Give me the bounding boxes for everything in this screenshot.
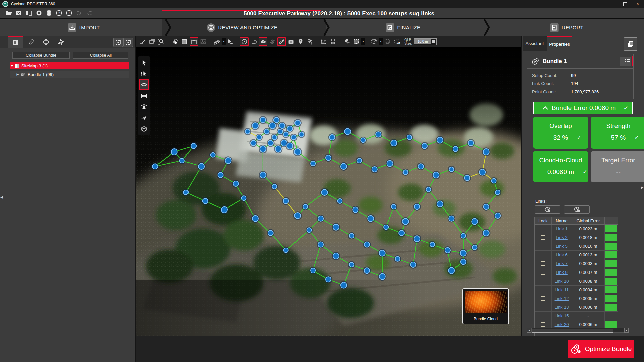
setup-node[interactable]: [225, 158, 231, 164]
scrollbar-thumb[interactable]: [532, 329, 613, 333]
link-name[interactable]: Link 7: [556, 261, 568, 266]
setup-node[interactable]: [411, 262, 416, 267]
select-tool-button[interactable]: [139, 57, 149, 68]
image-view-button[interactable]: [199, 37, 208, 46]
qlb-size-slider[interactable]: 10.0 m: [414, 38, 437, 45]
setup-node[interactable]: [264, 129, 269, 134]
setup-node[interactable]: [364, 242, 370, 247]
view-cube-button[interactable]: [370, 37, 378, 46]
setup-node[interactable]: [395, 257, 400, 261]
lock-checkbox[interactable]: [541, 235, 545, 240]
zoom-region-button[interactable]: [157, 37, 166, 46]
point-cloud-scene[interactable]: Bundle Cloud: [136, 48, 521, 337]
setup-node[interactable]: [299, 132, 304, 137]
setup-node[interactable]: [460, 250, 466, 256]
link-name[interactable]: Link 15: [555, 313, 569, 318]
setup-node[interactable]: [333, 224, 339, 230]
setup-node[interactable]: [274, 117, 279, 123]
setup-node[interactable]: [283, 198, 289, 204]
lock-checkbox[interactable]: [541, 253, 545, 257]
add-sitemap-button[interactable]: [113, 38, 123, 47]
viewport[interactable]: ▼ ▼ ▼ M QLB Size:: [136, 36, 521, 337]
redo-button[interactable]: [85, 9, 94, 17]
setup-node[interactable]: [287, 126, 292, 131]
setup-node[interactable]: [318, 216, 323, 221]
setup-node[interactable]: [468, 140, 474, 146]
setup-node[interactable]: [376, 132, 381, 137]
undock-panel-button[interactable]: [624, 37, 637, 51]
multi-select-tool-button[interactable]: [139, 68, 149, 79]
setup-node[interactable]: [252, 216, 258, 222]
setup-node[interactable]: [449, 216, 454, 221]
setup-node[interactable]: [484, 204, 489, 209]
setup-node[interactable]: [295, 120, 300, 126]
scroll-right-button[interactable]: ►: [624, 328, 629, 333]
lock-links-button[interactable]: [535, 205, 560, 214]
setup-node[interactable]: [349, 234, 354, 238]
link-name[interactable]: Link 5: [556, 244, 568, 249]
unlock-links-button[interactable]: [564, 205, 590, 214]
setup-node[interactable]: [461, 234, 466, 238]
setup-node[interactable]: [414, 204, 420, 209]
show-mesh-button[interactable]: [268, 37, 277, 46]
setup-node[interactable]: [461, 259, 466, 264]
filter-cloud-button[interactable]: [342, 37, 351, 46]
limit-box-dropdown[interactable]: ▼: [361, 38, 365, 45]
time-cube-button[interactable]: [383, 37, 392, 46]
collapse-bundle-button[interactable]: Collapse Bundle: [12, 52, 70, 59]
setup-node[interactable]: [391, 204, 396, 209]
point-info-button[interactable]: [226, 37, 235, 46]
setup-node[interactable]: [495, 190, 500, 195]
setup-node[interactable]: [414, 236, 420, 242]
setup-node[interactable]: [322, 189, 328, 195]
tab-properties[interactable]: Properties: [547, 36, 572, 51]
setup-node[interactable]: [407, 135, 412, 140]
setup-node[interactable]: [291, 135, 296, 140]
setup-node[interactable]: [372, 167, 377, 172]
model-cube-button[interactable]: M: [392, 37, 401, 46]
collapse-left-panel-arrow[interactable]: ◀: [0, 195, 3, 199]
setup-node[interactable]: [483, 149, 489, 155]
setup-node[interactable]: [252, 123, 258, 129]
setup-node[interactable]: [433, 172, 439, 178]
panorama-view-button[interactable]: [190, 37, 198, 46]
tab-report[interactable]: REPORT: [550, 19, 584, 36]
setup-node[interactable]: [426, 187, 431, 192]
close-project-button[interactable]: [14, 9, 23, 17]
setup-node[interactable]: [270, 123, 276, 129]
setup-node[interactable]: [211, 153, 215, 157]
link-name[interactable]: Link 1: [556, 226, 568, 231]
setup-node[interactable]: [284, 132, 288, 137]
setup-node[interactable]: [353, 207, 358, 213]
lock-checkbox[interactable]: [541, 279, 545, 283]
setup-node[interactable]: [191, 143, 196, 149]
setup-node[interactable]: [448, 267, 454, 274]
orbit-tool-button[interactable]: [139, 79, 149, 90]
setup-node[interactable]: [221, 207, 227, 213]
settings-button[interactable]: [34, 9, 44, 17]
setup-node[interactable]: [251, 140, 256, 146]
lock-checkbox[interactable]: [541, 314, 545, 318]
show-setups-button[interactable]: [240, 37, 249, 46]
setup-node[interactable]: [294, 149, 301, 155]
link-name[interactable]: Link 10: [555, 279, 569, 284]
link-name[interactable]: Link 13: [555, 305, 569, 310]
setup-node[interactable]: [472, 245, 477, 250]
remove-sitemap-button[interactable]: [123, 38, 133, 47]
setup-node[interactable]: [272, 184, 277, 189]
screenshot-button[interactable]: [287, 37, 296, 46]
lock-checkbox[interactable]: [541, 244, 545, 248]
maximize-button[interactable]: [619, 0, 631, 8]
setup-node[interactable]: [260, 172, 266, 178]
tab-import[interactable]: IMPORT: [68, 19, 100, 36]
optimize-bundle-button[interactable]: Optimize Bundle: [568, 340, 634, 358]
setup-node[interactable]: [341, 282, 347, 288]
setup-node[interactable]: [391, 140, 397, 146]
setup-node[interactable]: [268, 140, 273, 146]
fly-tool-button[interactable]: [139, 112, 149, 123]
setup-node[interactable]: [241, 196, 246, 200]
setup-node[interactable]: [318, 242, 323, 247]
setup-node[interactable]: [387, 161, 393, 167]
minimize-button[interactable]: —: [606, 0, 619, 8]
undo-button[interactable]: [74, 9, 84, 17]
